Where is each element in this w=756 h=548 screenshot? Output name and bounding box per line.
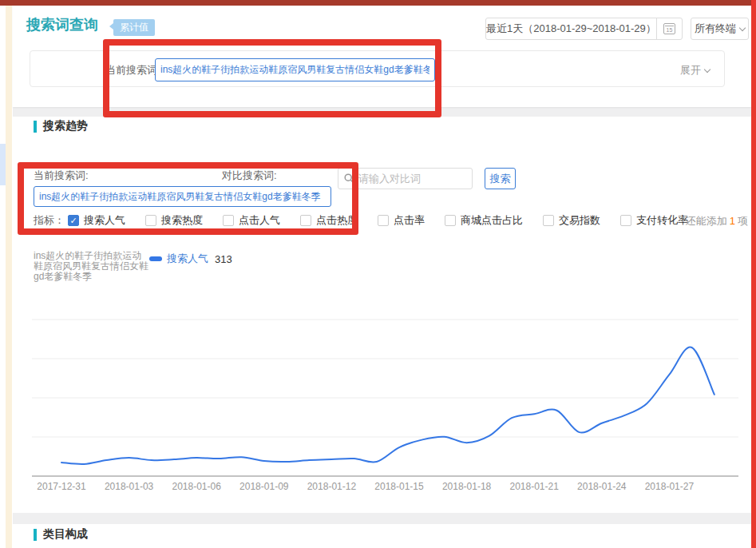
- x-axis-tick: 2018-01-12: [307, 481, 356, 492]
- expand-button[interactable]: 展开: [680, 63, 710, 77]
- metric-label: 点击热度: [316, 213, 358, 228]
- metric-label: 点击率: [394, 213, 425, 228]
- x-axis-tick: 2018-01-03: [105, 481, 153, 492]
- x-axis-tick: 2018-01-21: [509, 481, 558, 492]
- metrics-row: 指标： ✓搜索人气搜索热度点击人气点击热度点击率商城点击占比交易指数支付转化率: [34, 213, 708, 228]
- chevron-down-icon: [739, 24, 746, 30]
- trend-current-term-input[interactable]: [34, 186, 331, 207]
- x-axis-tick: 2018-01-06: [172, 481, 220, 492]
- terminal-selector[interactable]: 所有终端: [691, 18, 749, 40]
- chevron-down-icon: [704, 66, 710, 72]
- metric-checkbox-1[interactable]: 搜索热度: [145, 213, 203, 228]
- category-card: 类目构成: [13, 524, 751, 548]
- right-red-edge: [751, 0, 756, 548]
- search-button[interactable]: 搜索: [485, 168, 516, 189]
- compare-term-box: [338, 168, 473, 189]
- cumulative-badge: 累计值: [113, 19, 155, 36]
- checkbox-icon[interactable]: [223, 215, 234, 226]
- legend-series[interactable]: 搜索人气 313: [149, 252, 232, 266]
- series-name: 搜索人气: [167, 252, 208, 266]
- series-line: [61, 347, 714, 465]
- metrics-label: 指标：: [34, 213, 65, 228]
- line-chart-svg: [32, 276, 738, 478]
- metric-checkbox-4[interactable]: 点击率: [378, 213, 425, 228]
- metric-label: 支付转化率: [636, 213, 688, 228]
- left-blue-patch: [0, 144, 6, 185]
- x-axis-tick: 2018-01-18: [442, 481, 491, 492]
- metric-label: 商城点击占比: [461, 213, 523, 228]
- search-trend-card: 搜索趋势 当前搜索词: 对比搜索词: 搜索 指标： ✓搜索人气搜索热度点击人气点…: [13, 117, 751, 513]
- page-title: 搜索词查询: [26, 15, 98, 34]
- category-section-title: 类目构成: [43, 527, 88, 542]
- calendar-icon: 15: [663, 23, 675, 34]
- trend-current-term-label: 当前搜索词:: [34, 169, 89, 183]
- current-term-panel: 当前搜索词： 展开: [30, 50, 725, 87]
- add-more-hint: 还能添加1项: [686, 214, 748, 228]
- metric-label: 点击人气: [239, 213, 280, 228]
- current-term-input[interactable]: [155, 58, 435, 81]
- header-card: 搜索词查询 累计值 最近1天（2018-01-29~2018-01-29） 15…: [13, 6, 751, 107]
- metric-label: 搜索热度: [161, 213, 203, 228]
- trend-line-chart[interactable]: [32, 276, 738, 478]
- series-line-icon: [149, 256, 162, 261]
- checkbox-checked-icon[interactable]: ✓: [68, 215, 79, 226]
- metric-checkbox-0[interactable]: ✓搜索人气: [68, 213, 125, 228]
- metric-checkbox-2[interactable]: 点击人气: [223, 213, 280, 228]
- calendar-button[interactable]: 15: [656, 18, 682, 39]
- add-more-count: 1: [730, 215, 735, 227]
- metric-checkbox-3[interactable]: 点击热度: [300, 213, 358, 228]
- checkbox-icon[interactable]: [378, 215, 389, 226]
- left-beige-strip: [6, 0, 12, 548]
- trend-section-header: 搜索趋势: [34, 119, 88, 133]
- date-range-picker[interactable]: 最近1天（2018-01-29~2018-01-29） 15: [485, 18, 683, 40]
- metric-checkbox-5[interactable]: 商城点击占比: [445, 213, 523, 228]
- date-range-text: 最近1天（2018-01-29~2018-01-29）: [486, 22, 656, 36]
- checkbox-icon[interactable]: [300, 215, 311, 226]
- checkbox-icon[interactable]: [543, 215, 554, 226]
- trend-section-title: 搜索趋势: [43, 119, 88, 133]
- x-axis: 2017-12-312018-01-032018-01-062018-01-09…: [32, 481, 738, 494]
- x-axis-tick: 2017-12-31: [37, 481, 85, 492]
- top-red-edge: [0, 0, 756, 6]
- terminal-selector-label: 所有终端: [695, 22, 736, 36]
- section-bar-icon: [34, 121, 37, 133]
- expand-label: 展开: [680, 63, 701, 77]
- x-axis-tick: 2018-01-09: [239, 481, 288, 492]
- checkbox-icon[interactable]: [620, 215, 631, 226]
- metric-checkbox-6[interactable]: 交易指数: [543, 213, 600, 228]
- x-axis-tick: 2018-01-15: [374, 481, 423, 492]
- series-value: 313: [215, 253, 232, 265]
- search-icon: [344, 173, 354, 184]
- category-section-header: 类目构成: [34, 527, 88, 542]
- checkbox-icon[interactable]: [445, 215, 456, 226]
- checkbox-icon[interactable]: [145, 215, 156, 226]
- metric-checkbox-7[interactable]: 支付转化率: [620, 213, 688, 228]
- x-axis-tick: 2018-01-24: [577, 481, 626, 492]
- x-axis-tick: 2018-01-27: [645, 481, 694, 492]
- compare-term-label: 对比搜索词:: [222, 169, 277, 183]
- section-bar-icon: [34, 529, 37, 541]
- compare-term-input[interactable]: [358, 173, 466, 185]
- metric-label: 交易指数: [559, 213, 600, 228]
- metric-label: 搜索人气: [84, 213, 125, 228]
